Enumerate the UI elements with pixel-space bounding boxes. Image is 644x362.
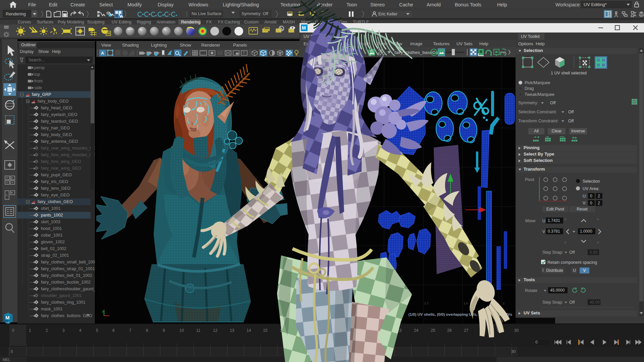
svg-text:+: + [11, 181, 13, 184]
svg-text:RGB: RGB [431, 51, 437, 54]
svg-text:A: A [101, 51, 104, 56]
svg-text:+: + [6, 176, 8, 180]
svg-text:T: T [243, 51, 245, 55]
svg-text:PSD: PSD [501, 51, 506, 54]
svg-text:+: + [6, 193, 8, 197]
svg-text:M: M [5, 315, 10, 320]
svg-text:M: M [302, 25, 306, 31]
svg-text:+: + [6, 181, 8, 184]
svg-text:AYA: AYA [6, 321, 9, 323]
